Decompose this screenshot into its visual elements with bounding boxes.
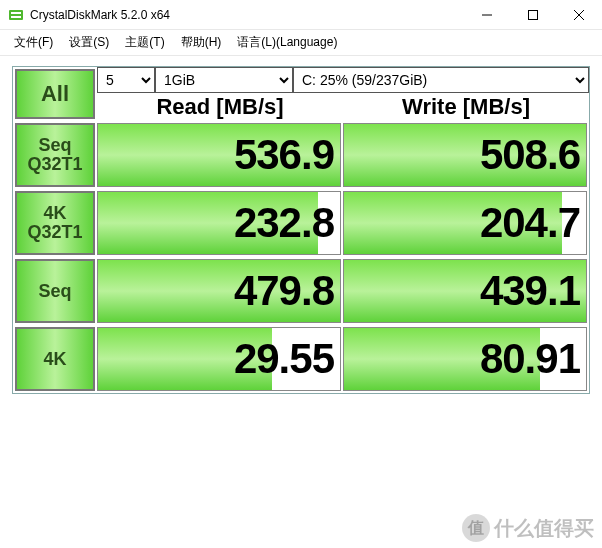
maximize-button[interactable] [510,0,556,29]
write-cell: 439.1 [343,259,587,323]
run-test-button[interactable]: 4KQ32T1 [15,191,95,255]
menu-file[interactable]: 文件(F) [6,31,61,54]
test-label: Seq [38,136,71,155]
read-value: 479.8 [234,267,334,315]
svg-rect-0 [9,10,23,20]
run-all-button[interactable]: All [15,69,95,119]
run-test-button[interactable]: SeqQ32T1 [15,123,95,187]
write-cell: 508.6 [343,123,587,187]
runs-select[interactable]: 5 [97,67,155,93]
benchmark-rows: SeqQ32T1536.9508.64KQ32T1232.8204.7Seq47… [13,121,589,393]
menubar: 文件(F) 设置(S) 主题(T) 帮助(H) 语言(L)(Language) [0,30,602,56]
menu-theme[interactable]: 主题(T) [117,31,172,54]
read-cell: 536.9 [97,123,341,187]
benchmark-panel: All 5 1GiB C: 25% (59/237GiB) Read [MB/s… [12,66,590,394]
read-cell: 479.8 [97,259,341,323]
svg-rect-4 [529,10,538,19]
table-row: 4K29.5580.91 [13,325,589,393]
write-value: 508.6 [480,131,580,179]
test-label: 4K [43,350,66,369]
watermark-text: 什么值得买 [494,515,594,542]
watermark-icon: 值 [462,514,490,542]
write-value: 204.7 [480,199,580,247]
client-area: All 5 1GiB C: 25% (59/237GiB) Read [MB/s… [0,56,602,406]
read-cell: 29.55 [97,327,341,391]
write-cell: 204.7 [343,191,587,255]
write-value: 80.91 [480,335,580,383]
controls-row: All 5 1GiB C: 25% (59/237GiB) Read [MB/s… [13,67,589,121]
read-value: 29.55 [234,335,334,383]
titlebar: CrystalDiskMark 5.2.0 x64 [0,0,602,30]
app-icon [8,7,24,23]
drive-select[interactable]: C: 25% (59/237GiB) [293,67,589,93]
menu-help[interactable]: 帮助(H) [173,31,230,54]
write-cell: 80.91 [343,327,587,391]
table-row: SeqQ32T1536.9508.6 [13,121,589,189]
window-title: CrystalDiskMark 5.2.0 x64 [30,8,464,22]
close-button[interactable] [556,0,602,29]
menu-settings[interactable]: 设置(S) [61,31,117,54]
svg-rect-1 [11,12,21,14]
test-sublabel: Q32T1 [27,155,82,174]
write-header: Write [MB/s] [343,93,589,121]
window-controls [464,0,602,29]
table-row: Seq479.8439.1 [13,257,589,325]
minimize-button[interactable] [464,0,510,29]
table-row: 4KQ32T1232.8204.7 [13,189,589,257]
read-value: 536.9 [234,131,334,179]
read-header: Read [MB/s] [97,93,343,121]
svg-rect-2 [11,16,21,18]
run-test-button[interactable]: Seq [15,259,95,323]
read-cell: 232.8 [97,191,341,255]
test-size-select[interactable]: 1GiB [155,67,293,93]
write-value: 439.1 [480,267,580,315]
test-sublabel: Q32T1 [27,223,82,242]
menu-language[interactable]: 语言(L)(Language) [229,31,345,54]
test-label: Seq [38,282,71,301]
watermark: 值 什么值得买 [462,514,594,542]
test-label: 4K [43,204,66,223]
read-value: 232.8 [234,199,334,247]
run-test-button[interactable]: 4K [15,327,95,391]
